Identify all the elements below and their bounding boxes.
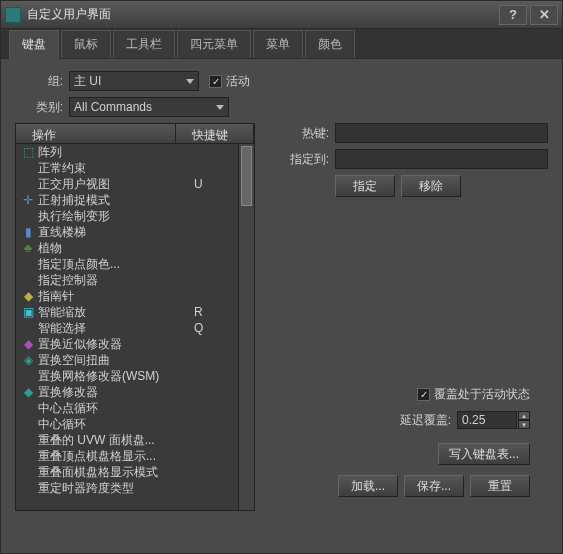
list-item[interactable]: 指定顶点颜色...: [16, 256, 254, 272]
item-label: 直线楼梯: [38, 224, 194, 241]
item-icon: [20, 273, 36, 287]
delay-label: 延迟覆盖:: [400, 412, 451, 429]
list-item[interactable]: ◆置换近似修改器: [16, 336, 254, 352]
list-item[interactable]: ✛正射捕捉模式: [16, 192, 254, 208]
item-label: 正射捕捉模式: [38, 192, 194, 209]
category-value: All Commands: [74, 100, 152, 114]
list-item[interactable]: ⬚阵列: [16, 144, 254, 160]
item-label: 中心点循环: [38, 400, 194, 417]
tab-bar: 键盘 鼠标 工具栏 四元菜单 菜单 颜色: [1, 29, 562, 59]
group-combo[interactable]: 主 UI: [69, 71, 199, 91]
item-icon: [20, 433, 36, 447]
item-icon: ⬚: [20, 145, 36, 159]
item-label: 植物: [38, 240, 194, 257]
list-item[interactable]: 正常约束: [16, 160, 254, 176]
item-label: 置换空间扭曲: [38, 352, 194, 369]
list-item[interactable]: 中心循环: [16, 416, 254, 432]
group-label: 组:: [15, 73, 63, 90]
item-label: 智能选择: [38, 320, 194, 337]
spin-up[interactable]: ▲: [518, 411, 530, 420]
active-checkbox[interactable]: ✓: [209, 75, 222, 88]
remove-button[interactable]: 移除: [401, 175, 461, 197]
item-icon: ◆: [20, 337, 36, 351]
tab-mouse[interactable]: 鼠标: [61, 30, 111, 58]
list-item[interactable]: ♣植物: [16, 240, 254, 256]
list-item[interactable]: 执行绘制变形: [16, 208, 254, 224]
reset-button[interactable]: 重置: [470, 475, 530, 497]
item-icon: [20, 369, 36, 383]
help-button[interactable]: ?: [499, 5, 527, 25]
item-icon: [20, 321, 36, 335]
assign-button[interactable]: 指定: [335, 175, 395, 197]
delay-input[interactable]: 0.25: [457, 411, 517, 429]
action-list[interactable]: 操作 快捷键 ⬚阵列正常约束正交用户视图U✛正射捕捉模式执行绘制变形▮直线楼梯♣…: [15, 123, 255, 511]
override-checkbox[interactable]: ✓: [417, 388, 430, 401]
load-button[interactable]: 加载...: [338, 475, 398, 497]
item-label: 重叠的 UVW 面棋盘...: [38, 432, 194, 449]
item-icon: ◆: [20, 385, 36, 399]
list-item[interactable]: ◈置换空间扭曲: [16, 352, 254, 368]
item-icon: ▣: [20, 305, 36, 319]
item-label: 置换修改器: [38, 384, 194, 401]
item-label: 阵列: [38, 144, 194, 161]
list-item[interactable]: 重叠的 UVW 面棋盘...: [16, 432, 254, 448]
write-table-button[interactable]: 写入键盘表...: [438, 443, 530, 465]
item-label: 智能缩放: [38, 304, 194, 321]
titlebar: 自定义用户界面 ? ✕: [1, 1, 562, 29]
item-label: 指定顶点颜色...: [38, 256, 194, 273]
item-icon: ◆: [20, 289, 36, 303]
list-item[interactable]: 重定时器跨度类型: [16, 480, 254, 496]
item-label: 重叠面棋盘格显示模式: [38, 464, 194, 481]
chevron-down-icon: [216, 105, 224, 110]
close-button[interactable]: ✕: [530, 5, 558, 25]
list-header: 操作 快捷键: [16, 124, 254, 144]
tab-color[interactable]: 颜色: [305, 30, 355, 58]
tab-menu[interactable]: 菜单: [253, 30, 303, 58]
assigned-input[interactable]: [335, 149, 548, 169]
item-label: 正交用户视图: [38, 176, 194, 193]
list-item[interactable]: 正交用户视图U: [16, 176, 254, 192]
category-label: 类别:: [15, 99, 63, 116]
hotkey-label: 热键:: [269, 125, 329, 142]
list-item[interactable]: 指定控制器: [16, 272, 254, 288]
item-icon: ▮: [20, 225, 36, 239]
list-item[interactable]: ▣智能缩放R: [16, 304, 254, 320]
spin-down[interactable]: ▼: [518, 420, 530, 429]
assigned-label: 指定到:: [269, 151, 329, 168]
chevron-down-icon: [186, 79, 194, 84]
item-label: 重定时器跨度类型: [38, 480, 194, 497]
list-item[interactable]: ◆置换修改器: [16, 384, 254, 400]
item-icon: [20, 449, 36, 463]
scroll-thumb[interactable]: [241, 146, 252, 206]
override-label: 覆盖处于活动状态: [434, 386, 530, 403]
item-icon: [20, 417, 36, 431]
list-item[interactable]: 重叠顶点棋盘格显示...: [16, 448, 254, 464]
list-item[interactable]: ▮直线楼梯: [16, 224, 254, 240]
col-action[interactable]: 操作: [16, 124, 176, 143]
item-label: 正常约束: [38, 160, 194, 177]
list-item[interactable]: 智能选择Q: [16, 320, 254, 336]
tab-keyboard[interactable]: 键盘: [9, 30, 59, 59]
active-label: 活动: [226, 73, 250, 90]
list-item[interactable]: ◆指南针: [16, 288, 254, 304]
item-icon: [20, 177, 36, 191]
group-value: 主 UI: [74, 73, 101, 90]
col-shortcut[interactable]: 快捷键: [176, 124, 254, 143]
list-item[interactable]: 重叠面棋盘格显示模式: [16, 464, 254, 480]
item-label: 指定控制器: [38, 272, 194, 289]
tab-quadmenu[interactable]: 四元菜单: [177, 30, 251, 58]
app-icon: [5, 7, 21, 23]
tab-toolbar[interactable]: 工具栏: [113, 30, 175, 58]
item-label: 执行绘制变形: [38, 208, 194, 225]
list-item[interactable]: 置换网格修改器(WSM): [16, 368, 254, 384]
item-icon: [20, 161, 36, 175]
item-icon: ♣: [20, 241, 36, 255]
item-icon: [20, 401, 36, 415]
item-label: 重叠顶点棋盘格显示...: [38, 448, 194, 465]
list-item[interactable]: 中心点循环: [16, 400, 254, 416]
window-title: 自定义用户界面: [27, 6, 496, 23]
item-label: 置换网格修改器(WSM): [38, 368, 194, 385]
hotkey-input[interactable]: [335, 123, 548, 143]
category-combo[interactable]: All Commands: [69, 97, 229, 117]
save-button[interactable]: 保存...: [404, 475, 464, 497]
